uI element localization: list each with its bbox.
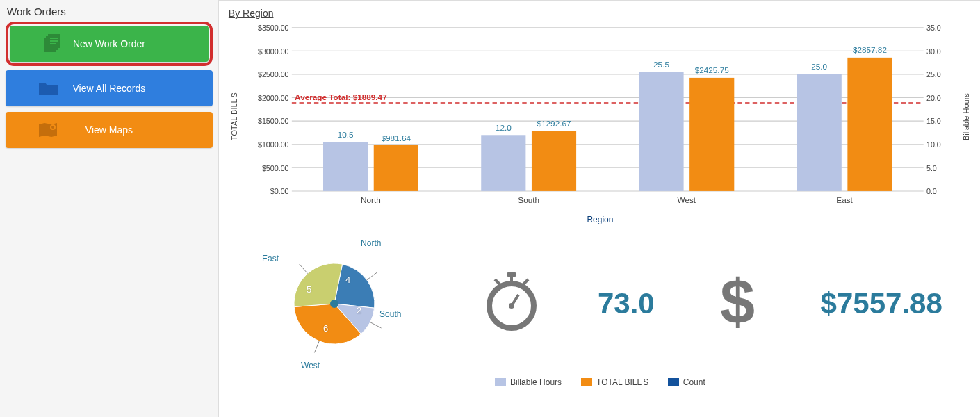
svg-text:0.0: 0.0: [926, 187, 937, 195]
pie-value-east: 5: [307, 284, 311, 295]
svg-text:25.0: 25.0: [811, 62, 827, 71]
new-work-order-button[interactable]: New Work Order: [10, 26, 209, 62]
dollar-icon: $: [713, 268, 762, 340]
svg-line-57: [300, 264, 308, 273]
new-work-order-label: New Work Order: [73, 38, 145, 49]
svg-text:$0.00: $0.00: [270, 187, 289, 195]
pie-value-north: 4: [345, 275, 350, 285]
svg-rect-34: [323, 142, 368, 191]
svg-line-54: [367, 272, 377, 280]
svg-line-65: [512, 295, 518, 306]
svg-rect-3: [50, 38, 58, 39]
svg-point-58: [330, 300, 338, 308]
folder-icon: [32, 80, 65, 97]
map-icon: [32, 122, 65, 138]
view-all-records-button[interactable]: View All Records: [6, 70, 213, 106]
billable-hours-total: 73.0: [598, 287, 655, 320]
x-axis-label: Region: [229, 213, 972, 229]
svg-text:$981.64: $981.64: [381, 133, 411, 142]
pie-label-north: North: [361, 238, 381, 248]
svg-rect-39: [481, 135, 525, 191]
svg-text:35.0: 35.0: [926, 24, 941, 32]
pie-chart: North South West East 4 2 6 5: [258, 234, 425, 373]
svg-rect-49: [797, 74, 842, 191]
svg-text:$1292.67: $1292.67: [537, 119, 571, 128]
legend: Billable Hours TOTAL BILL $ Count: [229, 373, 972, 387]
pie-value-south: 2: [357, 305, 361, 316]
svg-text:$2425.75: $2425.75: [695, 65, 729, 74]
svg-text:20.0: 20.0: [926, 94, 941, 102]
svg-rect-4: [50, 40, 58, 42]
svg-line-56: [315, 341, 320, 353]
y-left-axis-label: TOTAL BILL $: [229, 20, 240, 213]
by-region-heading: By Region: [229, 8, 972, 19]
pie-label-east: East: [262, 254, 279, 263]
svg-text:$: $: [720, 268, 755, 336]
legend-item-count: Count: [668, 377, 705, 387]
svg-rect-46: [689, 78, 734, 191]
svg-rect-41: [532, 131, 576, 191]
view-all-records-label: View All Records: [73, 83, 146, 94]
svg-text:$2500.00: $2500.00: [258, 70, 289, 79]
svg-text:30.0: 30.0: [926, 47, 941, 56]
svg-text:5.0: 5.0: [926, 164, 937, 172]
svg-text:$3500.00: $3500.00: [258, 24, 289, 32]
legend-item-total: TOTAL BILL $: [581, 377, 648, 387]
view-maps-button[interactable]: View Maps: [6, 112, 213, 148]
svg-rect-6: [39, 87, 58, 95]
legend-item-billable: Billable Hours: [495, 377, 562, 387]
svg-text:South: South: [518, 195, 539, 204]
stopwatch-icon: [484, 271, 539, 336]
total-bill-amount: $7557.88: [821, 287, 942, 320]
svg-text:Average Total: $1889.47: Average Total: $1889.47: [295, 92, 387, 101]
svg-text:$2000.00: $2000.00: [258, 94, 289, 102]
svg-rect-51: [847, 58, 892, 191]
document-icon: [36, 34, 70, 54]
svg-text:10.0: 10.0: [926, 140, 941, 149]
svg-rect-5: [50, 43, 56, 44]
work-orders-title: Work Orders: [6, 3, 213, 22]
svg-text:25.0: 25.0: [926, 70, 941, 79]
svg-text:West: West: [677, 195, 696, 204]
view-maps-label: View Maps: [85, 124, 133, 136]
svg-rect-59: [507, 272, 516, 277]
svg-text:North: North: [361, 195, 381, 204]
svg-point-7: [51, 125, 55, 129]
svg-text:$3000.00: $3000.00: [258, 47, 289, 56]
svg-text:10.5: 10.5: [338, 130, 354, 139]
pie-label-west: West: [301, 361, 320, 370]
svg-text:15.0: 15.0: [926, 117, 941, 125]
svg-text:$500.00: $500.00: [262, 164, 289, 172]
svg-text:$2857.82: $2857.82: [853, 45, 887, 54]
svg-line-55: [370, 322, 382, 328]
y-right-axis-label: Billable Hours: [961, 20, 972, 213]
svg-text:East: East: [836, 195, 853, 204]
bar-chart: TOTAL BILL $ $0.00$500.00$1000.00$1500.0…: [229, 20, 972, 213]
svg-rect-44: [639, 72, 683, 191]
pie-label-south: South: [379, 309, 401, 319]
pie-value-west: 6: [323, 323, 328, 334]
svg-text:$1500.00: $1500.00: [258, 117, 289, 125]
svg-text:$1000.00: $1000.00: [258, 140, 289, 149]
svg-rect-36: [374, 145, 418, 191]
svg-text:12.0: 12.0: [496, 123, 512, 132]
highlight-box: New Work Order: [6, 22, 213, 66]
svg-text:25.5: 25.5: [653, 60, 669, 69]
